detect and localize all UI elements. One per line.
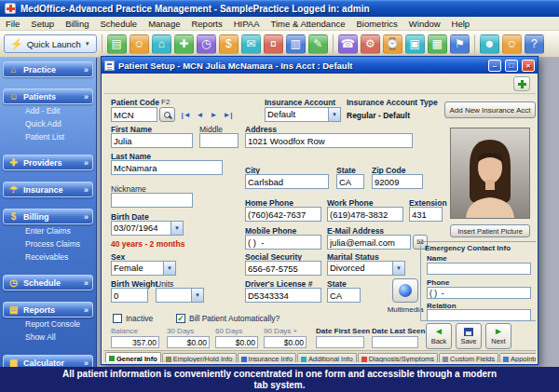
menu-manage[interactable]: Manage: [143, 18, 185, 30]
last-record-button[interactable]: ►|: [222, 108, 234, 121]
license-state-input[interactable]: [327, 288, 361, 303]
middle-name-input[interactable]: [199, 133, 239, 148]
birth-date-select[interactable]: 03/07/1964 ▼: [111, 221, 184, 236]
insert-patient-picture-button[interactable]: Insert Patient Picture: [450, 224, 530, 237]
clock-icon: ◷: [7, 277, 20, 288]
state-input[interactable]: [336, 174, 364, 189]
claims-icon[interactable]: ✉: [241, 34, 261, 54]
emergency-name-input[interactable]: [427, 263, 531, 275]
billing-icon[interactable]: $: [219, 34, 239, 54]
drivers-license-input[interactable]: [245, 288, 321, 303]
sidebar-item-add-edit[interactable]: Add - Edit: [0, 104, 96, 117]
menu-help[interactable]: Help: [446, 18, 476, 30]
first-name-input[interactable]: [111, 133, 193, 148]
sidebar-item-show-all[interactable]: Show All: [0, 331, 96, 344]
marital-status-select[interactable]: Divorced ▼: [327, 261, 405, 276]
menu-time-attendance[interactable]: Time & Attendance: [266, 18, 351, 30]
sidebar-item-reports[interactable]: ▤ Reports »: [3, 302, 93, 318]
tab-appointments[interactable]: Appointments: [499, 353, 536, 362]
practice-icon[interactable]: ⌂: [152, 34, 171, 54]
tab-diagnosis-symptoms[interactable]: Diagnosis/Symptoms: [358, 353, 438, 362]
tab-custom-fields[interactable]: Custom Fields: [439, 353, 498, 362]
next-record-button[interactable]: ►: [208, 108, 220, 121]
schedule-icon[interactable]: ◷: [197, 34, 216, 54]
patients-icon[interactable]: ☺: [130, 34, 149, 54]
help-icon[interactable]: ?: [525, 34, 544, 54]
sidebar-item-enter-claims[interactable]: Enter Claims: [0, 224, 96, 237]
close-button[interactable]: ×: [522, 60, 535, 72]
birth-weight-input[interactable]: [111, 288, 148, 303]
work-phone-input[interactable]: [327, 207, 403, 222]
menu-file[interactable]: File: [0, 18, 25, 30]
last-name-input[interactable]: [111, 160, 223, 175]
sidebar-item-process-claims[interactable]: Process Claims: [0, 237, 96, 250]
insurance-account-select[interactable]: Default ▼: [265, 107, 341, 122]
sidebar-item-patient-list[interactable]: Patient List: [0, 130, 96, 143]
payments-icon[interactable]: ¤: [264, 34, 283, 54]
reports-icon[interactable]: ▥: [286, 34, 306, 54]
menu-setup[interactable]: Setup: [25, 18, 60, 30]
menu-hipaa[interactable]: HIPAA: [228, 18, 266, 30]
time-clock-icon[interactable]: ⌚: [383, 34, 402, 54]
settings-icon[interactable]: ⚙: [361, 34, 380, 54]
patient-search-button[interactable]: [159, 107, 175, 122]
sidebar-item-billing[interactable]: $ Billing »: [3, 209, 93, 224]
back-button[interactable]: ◄ Back: [426, 323, 452, 349]
user-female-icon[interactable]: ☺: [502, 34, 522, 54]
add-record-button[interactable]: [513, 76, 530, 91]
bill-automatically-checkbox[interactable]: ✓: [176, 314, 185, 323]
mobile-phone-input[interactable]: [245, 235, 321, 250]
sidebar-item-schedule[interactable]: ◷ Schedule »: [3, 275, 93, 291]
flag-icon[interactable]: ⚑: [450, 34, 470, 54]
tab-general-info[interactable]: General Info: [105, 352, 161, 362]
next-button[interactable]: ► Next: [485, 323, 511, 349]
sidebar-item-providers[interactable]: ✚ Providers »: [3, 155, 93, 170]
sidebar-item-patients[interactable]: ☺ Patients »: [3, 88, 93, 104]
zip-code-input[interactable]: [372, 174, 423, 189]
emergency-phone-input[interactable]: [427, 287, 531, 299]
address-input[interactable]: [245, 133, 413, 148]
sidebar-item-insurance[interactable]: ☂ Insurance »: [3, 182, 93, 197]
tab-additional-info[interactable]: Additional Info: [297, 353, 357, 362]
first-record-button[interactable]: |◄: [180, 108, 192, 121]
multimedia-button[interactable]: [392, 278, 418, 303]
tab-employer-hold-info[interactable]: Employer/Hold Info: [162, 353, 237, 362]
form-icon: [104, 61, 115, 71]
menu-window[interactable]: Window: [403, 18, 446, 30]
tab-insurance-info[interactable]: Insurance Info: [238, 353, 297, 362]
save-button[interactable]: Save: [456, 323, 482, 349]
insurance-account-label: Insurance Account: [265, 98, 335, 107]
ssn-input[interactable]: [245, 261, 321, 276]
city-input[interactable]: [245, 174, 329, 189]
menu-schedule[interactable]: Schedule: [95, 18, 143, 30]
providers-icon[interactable]: ✚: [174, 34, 194, 54]
extension-input[interactable]: [409, 207, 443, 222]
user-male-icon[interactable]: ☻: [480, 34, 499, 54]
maximize-button[interactable]: □: [505, 60, 518, 72]
emergency-relation-input[interactable]: [427, 309, 531, 321]
patient-code-input[interactable]: [111, 107, 157, 122]
phone-icon[interactable]: ☎: [338, 34, 358, 54]
quick-launch-button[interactable]: ⚡ Quick Launch ▼: [4, 34, 97, 53]
minimize-button[interactable]: –: [488, 60, 501, 72]
menu-biometrics[interactable]: Biometrics: [350, 18, 402, 30]
sidebar-item-quick-add[interactable]: Quick Add: [0, 117, 96, 130]
inactive-checkbox[interactable]: [113, 314, 122, 323]
sidebar-item-practice[interactable]: ⌂ Practice »: [3, 61, 93, 77]
sidebar-item-report-console[interactable]: Report Console: [0, 318, 96, 331]
statistics-icon[interactable]: ▦: [428, 34, 447, 54]
menu-billing[interactable]: Billing: [60, 18, 94, 30]
menu-reports[interactable]: Reports: [185, 18, 227, 30]
print-icon[interactable]: ✎: [308, 34, 328, 54]
sidebar-item-receivables[interactable]: Receivables: [0, 250, 96, 264]
sidebar-item-calculator[interactable]: ▦ Calculator »: [3, 355, 93, 367]
prev-record-button[interactable]: ◄: [194, 108, 206, 121]
sex-select[interactable]: Female ▼: [111, 261, 176, 276]
units-select[interactable]: ▼: [156, 288, 204, 303]
add-new-insurance-button[interactable]: Add New Insurance Acct: [444, 101, 536, 118]
patient-record-icon[interactable]: ▤: [107, 34, 127, 54]
computer-icon[interactable]: ▣: [405, 34, 425, 54]
email-input[interactable]: [327, 235, 411, 250]
home-phone-input[interactable]: [245, 207, 321, 222]
nickname-input[interactable]: [111, 193, 193, 208]
